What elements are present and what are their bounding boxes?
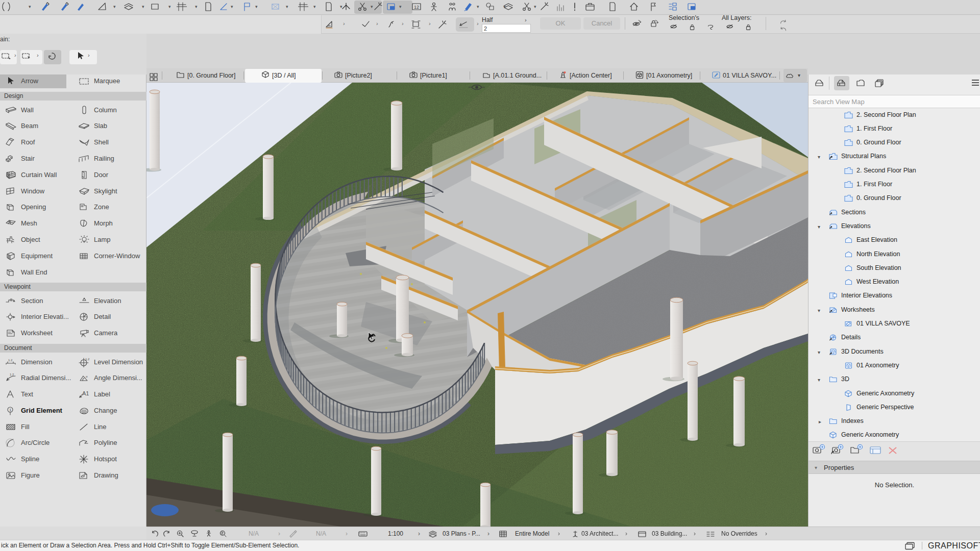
svg-text:1.2: 1.2	[85, 358, 90, 361]
svg-text:12: 12	[414, 5, 419, 10]
svg-text:α: α	[86, 375, 88, 378]
svg-text:1.2: 1.2	[8, 359, 13, 362]
svg-text:1: 1	[9, 408, 12, 412]
svg-text:A1: A1	[82, 390, 89, 396]
svg-text:1.2: 1.2	[10, 373, 14, 376]
